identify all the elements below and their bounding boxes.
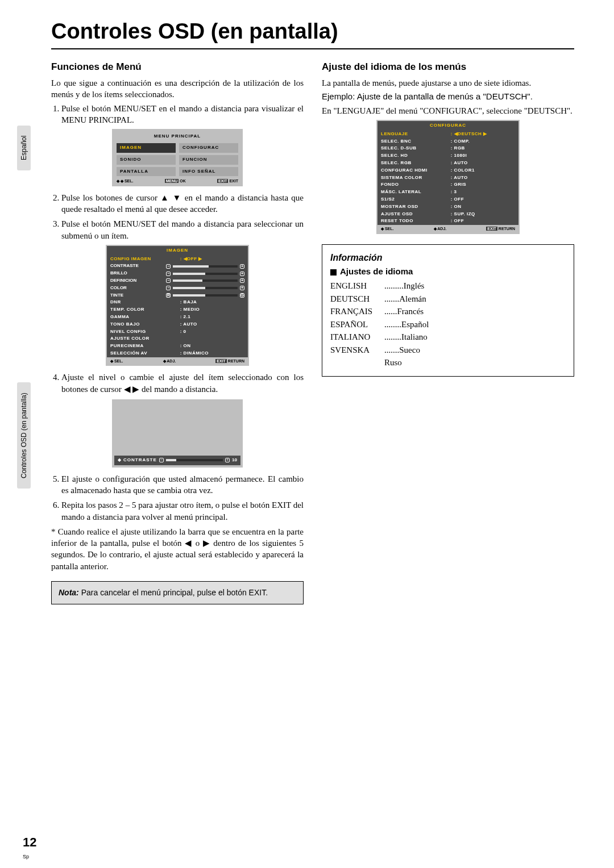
osd-main-cell: FUNCION — [179, 155, 238, 165]
info-heading: Información — [330, 252, 566, 264]
osd-row: DNR: BAJA — [107, 299, 248, 306]
osd-config-row: S1/S2: OFF — [377, 196, 518, 203]
osd-config-row: CONFGURAC HDMI: COLOR1 — [377, 167, 518, 174]
step-1: Pulse el botón MENU/SET en el mando a di… — [61, 103, 304, 126]
info-sub: Ajustes de idioma — [340, 266, 413, 276]
osd-config-title: CONFIGURAC — [377, 121, 518, 131]
star-note-text: Cuando realice el ajuste utilizando la b… — [51, 527, 304, 571]
osd-row: TEMP. COLOR: MEDIO — [107, 306, 248, 314]
right-p3: En "LENGUAJE" del menú "CONFIGURAC", sel… — [322, 105, 574, 116]
osd-config-row: SELEC. RGB: AUTO — [377, 160, 518, 167]
step-2: Pulse los botones de cursor ▲ ▼ en el ma… — [61, 192, 304, 215]
osd-config-menu: CONFIGURAC LENGUAJE: ◀DEUTSCH ▶SELEC. BN… — [376, 120, 520, 234]
osd-config-row: SELEC. BNC: COMP. — [377, 138, 518, 145]
config-imagen-label: CONFIG IMAGEN — [110, 256, 180, 262]
osd-main-cell: PANTALLA — [117, 167, 176, 177]
star-note: * Cuando realice el ajuste utilizando la… — [51, 526, 304, 572]
osd-config-row: RESET TODO: OFF — [377, 218, 518, 225]
osd-main-cell: IMAGEN — [117, 143, 176, 153]
menu-button-label: MENU — [165, 179, 179, 183]
osd-config-row: SELEC. D-SUB: RGB — [377, 145, 518, 152]
osd-row: NIVEL CONFIG: 0 — [107, 328, 248, 336]
osd-main-foot-sel: ◆ ◆ SEL. — [117, 178, 133, 183]
osd-config-row: MOSTRAR OSD: ON — [377, 203, 518, 211]
osd-slider-row: COLOR−+ — [107, 285, 248, 292]
note-box: Nota: Para cancelar el menú principal, p… — [51, 581, 304, 604]
left-heading: Funciones de Menú — [51, 61, 304, 74]
page-title: Controles OSD (en pantalla) — [51, 17, 574, 49]
osd-config-foot-adj: ◆ ADJ. — [434, 226, 447, 231]
osd-main-title: MENU PRINCIPAL — [117, 133, 238, 140]
step-4: Ajuste el nivel o cambie el ajuste del í… — [61, 372, 304, 395]
osd-config-row: FONDO: GRIS — [377, 181, 518, 189]
exit-button-label: EXIT — [217, 179, 229, 183]
osd-row: SELECCIÓN AV: DINÁMICO — [107, 350, 248, 357]
note-text: Para cancelar el menú principal, pulse e… — [81, 588, 268, 597]
lang-item: ITALIANO........ Italiano — [330, 331, 566, 344]
osd-config-row: MÁSC. LATERAL: 3 — [377, 189, 518, 196]
page-number: 12 — [23, 834, 36, 851]
osd-contrast-bar: ◆ CONTRASTE − + 10 — [112, 399, 243, 468]
contrast-label: CONTRASTE — [123, 457, 157, 464]
language-list: ENGLISH......... InglésDEUTSCH....... Al… — [330, 279, 566, 369]
osd-slider-row: CONTRASTE−+ — [107, 262, 248, 270]
osd-config-row: LENGUAJE: ◀DEUTSCH ▶ — [377, 131, 518, 138]
note-label: Nota: — [59, 588, 79, 597]
osd-row: GAMMA: 2.1 — [107, 314, 248, 321]
osd-slider-row: DEFINICION−+ — [107, 277, 248, 285]
contrast-slider — [166, 459, 223, 461]
osd-main-cell: SONIDO — [117, 155, 176, 165]
lang-item: ENGLISH......... Inglés — [330, 279, 566, 293]
osd-imagen-title: IMAGEN — [107, 246, 248, 256]
right-column: Ajuste del idioma de los menús La pantal… — [322, 55, 574, 604]
osd-config-foot-sel: ◆ SEL. — [381, 226, 394, 231]
osd-row: TONO BAJO: AUTO — [107, 321, 248, 328]
lang-item: ESPAÑOL........ Español — [330, 318, 566, 331]
right-heading: Ajuste del idioma de los menús — [322, 61, 574, 74]
contrast-value: 10 — [232, 457, 237, 464]
plus-icon: + — [225, 458, 230, 462]
lang-item: SVENSKA....... Sueco — [330, 344, 566, 357]
exit-btn-2: EXIT — [486, 227, 497, 231]
step-3: Pulse el botón MENU/SET del mando a dist… — [61, 218, 304, 241]
return-label: RETURN — [228, 359, 244, 363]
osd-slider-row: BRILLO−+ — [107, 270, 248, 277]
lang-item: Ruso — [330, 356, 566, 369]
minus-icon: − — [159, 458, 164, 462]
osd-config-row: SELEC. HD: 1080I — [377, 152, 518, 160]
exit-btn: EXIT — [215, 359, 227, 363]
osd-row: AJUSTE COLOR — [107, 335, 248, 343]
config-imagen-value: : ◀OFF ▶ — [180, 256, 244, 262]
right-p1: La pantalla de menús, puede ajustarse a … — [322, 77, 574, 89]
osd-config-row: AJUSTE OSD: SUP. IZQ — [377, 211, 518, 218]
osd-imagen-foot-sel: ◆ SEL. — [110, 358, 123, 364]
exit-label: EXIT — [229, 179, 238, 183]
square-icon — [330, 269, 337, 276]
left-intro: Lo que sigue a continuación es una descr… — [51, 77, 304, 101]
left-column: Funciones de Menú Lo que sigue a continu… — [51, 55, 304, 604]
return-label-2: RETURN — [499, 227, 515, 231]
osd-slider-row: TINTERG — [107, 292, 248, 299]
osd-imagen-menu: IMAGEN CONFIG IMAGEN : ◀OFF ▶ CONTRASTE−… — [106, 245, 249, 366]
osd-imagen-foot-adj: ◆ ADJ. — [163, 358, 176, 364]
lang-item: DEUTSCH....... Alemán — [330, 293, 566, 306]
osd-config-row: SISTEMA COLOR: AUTO — [377, 174, 518, 182]
step-6: Repita los pasos 2 – 5 para ajustar otro… — [61, 499, 304, 523]
updown-icon: ◆ — [118, 457, 121, 464]
osd-row: PURECINEMA: ON — [107, 343, 248, 350]
right-p2: Ejemplo: Ajuste de la pantalla de menús … — [322, 91, 574, 102]
osd-main-cell: INFO SEÑAL — [179, 167, 238, 177]
info-box: Información Ajustes de idioma ENGLISH...… — [322, 244, 574, 377]
osd-main-menu: MENU PRINCIPAL IMAGENCONFIGURACSONIDOFUN… — [112, 129, 243, 186]
osd-main-cell: CONFIGURAC — [179, 143, 238, 153]
ok-label: OK — [180, 179, 186, 183]
sp-mark: Sp — [23, 853, 29, 860]
step-5: El ajuste o configuración que usted alma… — [61, 473, 304, 496]
lang-item: FRANÇAIS...... Francés — [330, 305, 566, 318]
